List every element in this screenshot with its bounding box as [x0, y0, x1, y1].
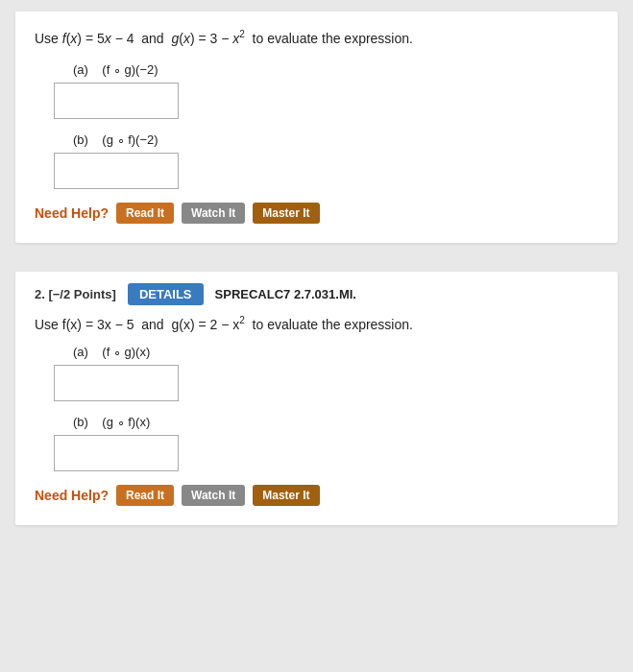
problem1-watch-btn[interactable]: Watch It — [182, 203, 245, 224]
problem1-help-row: Need Help? Read It Watch It Master It — [35, 203, 598, 224]
problem2-part-b: (b) (g ∘ f)(x) — [54, 415, 598, 471]
problem2-card: 2. [−/2 Points] DETAILS SPRECALC7 2.7.03… — [15, 272, 618, 526]
problem1-master-btn[interactable]: Master It — [253, 203, 319, 224]
problem1-part-b: (b) (g ∘ f)(−2) — [54, 132, 598, 189]
problem1-part-b-input[interactable] — [54, 153, 179, 189]
problem2-points-label: 2. [−/2 Points] — [35, 287, 116, 301]
problem1-part-a-label: (a) (f ∘ g)(−2) — [73, 62, 598, 77]
section-divider — [0, 254, 633, 272]
problem2-read-btn[interactable]: Read It — [116, 485, 174, 506]
problem1-part-b-label: (b) (g ∘ f)(−2) — [73, 132, 598, 147]
problem1-card: Use f(x) = 5x − 4 and g(x) = 3 − x2 to e… — [15, 12, 618, 243]
problem2-part-b-label: (b) (g ∘ f)(x) — [73, 415, 598, 429]
problem2-part-a: (a) (f ∘ g)(x) — [54, 345, 598, 401]
problem1-read-btn[interactable]: Read It — [116, 203, 174, 224]
problem2-details-btn[interactable]: DETAILS — [128, 283, 204, 305]
problem1-instruction: Use f(x) = 5x − 4 and g(x) = 3 − x2 to e… — [35, 27, 598, 49]
problem2-master-btn[interactable]: Master It — [253, 485, 319, 506]
problem2-part-a-input[interactable] — [54, 365, 179, 401]
problem1-part-a-input[interactable] — [54, 83, 179, 119]
problem2-code: SPRECALC7 2.7.031.MI. — [215, 287, 356, 301]
problem2-instruction: Use f(x) = 3x − 5 and g(x) = 2 − x2 to e… — [35, 315, 598, 332]
problem1-need-help-label: Need Help? — [35, 205, 109, 221]
problem2-need-help-label: Need Help? — [35, 488, 109, 503]
problem1-part-a: (a) (f ∘ g)(−2) — [54, 62, 598, 119]
problem2-part-a-label: (a) (f ∘ g)(x) — [73, 345, 598, 359]
problem2-watch-btn[interactable]: Watch It — [182, 485, 245, 506]
problem2-help-row: Need Help? Read It Watch It Master It — [35, 485, 598, 506]
problem2-header-row: 2. [−/2 Points] DETAILS SPRECALC7 2.7.03… — [35, 283, 598, 305]
problem2-part-b-input[interactable] — [54, 435, 179, 471]
